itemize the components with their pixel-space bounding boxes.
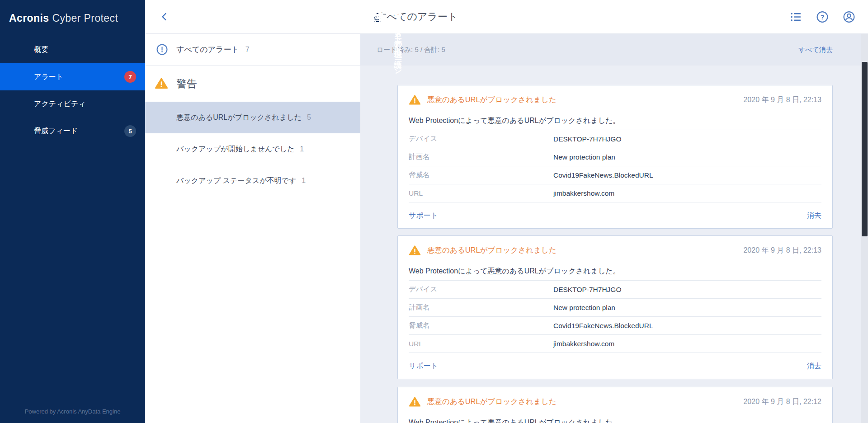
account-icon: [843, 10, 855, 24]
all-alerts-label: すべてのアラート: [176, 44, 239, 55]
warning-triangle-icon: [409, 396, 421, 408]
warning-triangle-icon: [409, 244, 421, 257]
alert-type-backup-not-started[interactable]: バックアップが開始しませんでした 1: [145, 133, 360, 165]
field-label: URL: [409, 189, 553, 197]
page-title: すべてのアラート: [377, 10, 458, 24]
alert-card-header: 悪意のあるURLがブロックされました 2020 年 9 月 8 日, 22:12: [409, 387, 821, 414]
field-label: URL: [409, 340, 553, 348]
warning-triangle-icon: [155, 77, 168, 90]
alert-card-header: 悪意のあるURLがブロックされました 2020 年 9 月 8 日, 22:13: [409, 236, 821, 262]
field-label: デバイス: [409, 134, 553, 144]
alert-card: 悪意のあるURLがブロックされました 2020 年 9 月 8 日, 22:13…: [397, 235, 833, 379]
field-value: New protection plan: [553, 304, 615, 312]
alert-card-header: 悪意のあるURLがブロックされました 2020 年 9 月 8 日, 22:13: [409, 85, 821, 112]
alert-field-row: デバイス DESKTOP-7H7HJGO: [409, 280, 821, 298]
sidebar-item-overview[interactable]: 概要: [0, 36, 145, 63]
field-label: 計画名: [409, 152, 553, 162]
sidebar-item-label: 概要: [34, 45, 48, 55]
field-value: New protection plan: [553, 153, 615, 161]
help-icon: ?: [816, 10, 829, 24]
alert-date: 2020 年 9 月 8 日, 22:13: [743, 246, 821, 255]
report-clipboard-icon: [370, 11, 385, 25]
alerts-panel: すべてのアラート 7 警告 悪意のあるURLがブロックされました 5 バックアッ…: [145, 0, 360, 423]
list-icon: [790, 11, 802, 23]
alert-circle-icon: [156, 43, 168, 56]
alert-field-row: 脅威名 Covid19FakeNews.BlockedURL: [409, 316, 821, 334]
device-link[interactable]: DESKTOP-7H7HJGO: [553, 286, 621, 294]
alert-card-footer: サポート 消去: [409, 202, 821, 229]
logo-text-light: Cyber Protect: [52, 12, 118, 24]
device-link[interactable]: DESKTOP-7H7HJGO: [553, 135, 621, 143]
field-label: デバイス: [409, 285, 553, 294]
alert-type-count: 1: [302, 177, 306, 185]
chevron-left-icon: [163, 14, 166, 20]
alert-date: 2020 年 9 月 8 日, 22:13: [743, 95, 821, 105]
alert-type-label: バックアップ ステータスが不明です: [176, 176, 296, 186]
alert-type-count: 1: [300, 145, 304, 153]
sidebar-item-alerts[interactable]: アラート 7: [0, 63, 145, 90]
all-alerts-filter[interactable]: すべてのアラート 7: [145, 34, 360, 66]
alert-field-row: デバイス DESKTOP-7H7HJGO: [409, 130, 821, 148]
threat-feed-count-badge: 5: [124, 125, 136, 137]
sidebar-item-threat-feed[interactable]: 脅威フィード 5: [0, 118, 145, 145]
alert-type-label: 悪意のあるURLがブロックされました: [176, 113, 302, 122]
alert-card: 悪意のあるURLがブロックされました 2020 年 9 月 8 日, 22:12…: [397, 387, 833, 423]
alert-title: 悪意のあるURLがブロックされました: [427, 397, 557, 407]
scrollbar-thumb[interactable]: [862, 62, 868, 236]
alert-date: 2020 年 9 月 8 日, 22:12: [743, 397, 821, 407]
sidebar-item-label: アラート: [34, 72, 63, 82]
main-header: すべてのアラート ?: [360, 0, 868, 34]
header-actions: ?: [789, 0, 855, 34]
alert-type-count: 5: [307, 113, 311, 122]
alert-description: Web Protectionによって悪意のあるURLがブロックされました。: [409, 414, 821, 423]
warning-triangle-icon: [409, 94, 421, 106]
sidebar-item-label: レポート: [394, 0, 402, 39]
list-view-button[interactable]: [789, 11, 802, 24]
back-button[interactable]: [159, 11, 170, 23]
svg-text:?: ?: [820, 13, 824, 21]
sidebar-item-label: アクティビティ: [34, 99, 86, 109]
field-label: 計画名: [409, 303, 553, 312]
field-label: 脅威名: [409, 170, 553, 180]
sidebar-item-reports[interactable]: レポート: [360, 0, 370, 36]
alert-field-row: URL jimbakkershow.com: [409, 334, 821, 352]
alert-field-row: 計画名 New protection plan: [409, 298, 821, 316]
logo-text-bold: Acronis: [9, 12, 49, 24]
scrollbar-track[interactable]: [861, 34, 868, 423]
support-link[interactable]: サポート: [409, 362, 438, 371]
loaded-status: ロード済み: 5 / 合計: 5: [377, 46, 445, 54]
alerts-list: 悪意のあるURLがブロックされました 2020 年 9 月 8 日, 22:13…: [360, 66, 868, 423]
field-value: jimbakkershow.com: [553, 340, 614, 348]
alert-card: 悪意のあるURLがブロックされました 2020 年 9 月 8 日, 22:13…: [397, 85, 833, 229]
sidebar-item-activities[interactable]: アクティビティ: [0, 90, 145, 118]
status-bar: ロード済み: 5 / 合計: 5 すべて消去: [360, 34, 868, 66]
support-link[interactable]: サポート: [409, 211, 438, 221]
alert-type-backup-status-unknown[interactable]: バックアップ ステータスが不明です 1: [145, 165, 360, 197]
alert-field-row: URL jimbakkershow.com: [409, 184, 821, 202]
all-alerts-count: 7: [245, 46, 250, 54]
clear-all-link[interactable]: すべて消去: [798, 46, 833, 54]
clear-link[interactable]: 消去: [807, 362, 821, 371]
alert-field-row: 脅威名 Covid19FakeNews.BlockedURL: [409, 166, 821, 184]
alert-description: Web Protectionによって悪意のあるURLがブロックされました。: [409, 262, 821, 280]
alerts-panel-header: [145, 0, 360, 34]
field-value: Covid19FakeNews.BlockedURL: [553, 322, 653, 330]
account-button[interactable]: [843, 11, 855, 24]
warning-section-header: 警告: [145, 66, 360, 102]
acronis-logo: Acronis Cyber Protect: [0, 0, 145, 36]
alert-description: Web Protectionによって悪意のあるURLがブロックされました。: [409, 112, 821, 130]
alert-type-malicious-url[interactable]: 悪意のあるURLがブロックされました 5: [145, 102, 360, 133]
clear-link[interactable]: 消去: [807, 211, 821, 221]
help-button[interactable]: ?: [816, 11, 829, 24]
alert-type-label: バックアップが開始しませんでした: [176, 145, 294, 154]
alert-title: 悪意のあるURLがブロックされました: [427, 95, 557, 105]
main-area: すべてのアラート ?: [360, 0, 868, 423]
alerts-count-badge: 7: [124, 71, 136, 83]
field-value: jimbakkershow.com: [553, 189, 614, 197]
field-label: 脅威名: [409, 321, 553, 330]
alert-field-row: 計画名 New protection plan: [409, 148, 821, 166]
sidebar: Acronis Cyber Protect ダッシュボード 概要 アラート 7 …: [0, 0, 145, 423]
sidebar-item-label: 脅威フィード: [34, 127, 78, 136]
warning-section-title: 警告: [176, 77, 197, 91]
powered-by-text: Powered by Acronis AnyData Engine: [0, 408, 145, 415]
